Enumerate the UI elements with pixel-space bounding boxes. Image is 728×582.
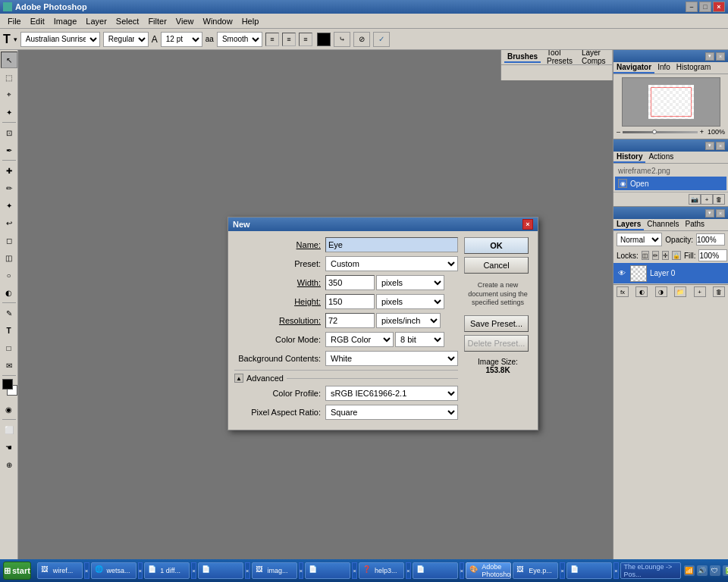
color-mode-select[interactable]: RGB Color bbox=[325, 332, 394, 347]
advanced-collapse-btn[interactable]: ▲ bbox=[234, 374, 243, 383]
eyedropper-btn[interactable]: ✒ bbox=[1, 142, 17, 158]
taskbar-item-0[interactable]: 🖼 wiref... bbox=[37, 562, 83, 579]
tab-channels[interactable]: Channels bbox=[644, 219, 682, 230]
magic-wand-btn[interactable]: ✦ bbox=[1, 104, 17, 120]
tab-navigator[interactable]: Navigator bbox=[613, 62, 654, 74]
blend-mode-select[interactable]: Normal bbox=[617, 233, 662, 246]
menu-filter[interactable]: Filter bbox=[143, 15, 171, 27]
pen-btn[interactable]: ✎ bbox=[1, 305, 17, 321]
taskbar-close-3[interactable]: × bbox=[245, 562, 250, 579]
menu-edit[interactable]: Edit bbox=[26, 15, 49, 27]
taskbar-item-4[interactable]: 🖼 imag... bbox=[252, 562, 297, 579]
menu-window[interactable]: Window bbox=[199, 15, 237, 27]
preset-select[interactable]: Custom bbox=[325, 256, 458, 271]
taskbar-photoshop[interactable]: 🎨 Adobe Photoshop bbox=[466, 562, 511, 579]
pixel-aspect-select[interactable]: Square bbox=[325, 405, 458, 420]
eraser-btn[interactable]: ◻ bbox=[1, 232, 17, 249]
lock-transparent-btn[interactable]: ◫ bbox=[642, 251, 649, 260]
ok-button[interactable]: OK bbox=[464, 237, 529, 254]
menu-image[interactable]: Image bbox=[49, 15, 82, 27]
taskbar-close-9[interactable]: × bbox=[613, 562, 619, 579]
rectangular-marquee-btn[interactable]: ⬚ bbox=[1, 69, 17, 86]
resolution-unit-select[interactable]: pixels/inch bbox=[376, 313, 441, 328]
resolution-input[interactable] bbox=[325, 313, 375, 328]
lock-image-btn[interactable]: ✏ bbox=[652, 251, 659, 260]
height-unit-select[interactable]: pixels bbox=[376, 294, 444, 309]
lock-position-btn[interactable]: ✛ bbox=[662, 251, 669, 260]
taskbar-close-6[interactable]: × bbox=[406, 562, 411, 579]
brush-btn[interactable]: ✏ bbox=[1, 180, 17, 196]
layer-new-btn[interactable]: + bbox=[694, 286, 706, 297]
width-unit-select[interactable]: pixels bbox=[376, 275, 444, 290]
taskbar-item-6[interactable]: ❓ help3... bbox=[359, 562, 404, 579]
commit-text-btn[interactable]: ✓ bbox=[373, 32, 390, 47]
cancel-text-btn[interactable]: ⊘ bbox=[353, 32, 370, 47]
tab-tool-presets[interactable]: Tool Presets bbox=[544, 50, 576, 67]
text-color-swatch[interactable] bbox=[317, 33, 331, 46]
history-close-btn[interactable]: × bbox=[716, 142, 725, 150]
zoom-out-icon[interactable]: – bbox=[617, 128, 620, 136]
layer-mask-btn[interactable]: ◐ bbox=[635, 286, 648, 297]
layer-group-btn[interactable]: 📁 bbox=[674, 286, 686, 297]
taskbar-elounge[interactable]: The eLounge -> Pos... bbox=[620, 562, 681, 579]
tab-actions[interactable]: Actions bbox=[645, 152, 676, 163]
layer-visibility-btn[interactable]: 👁 bbox=[617, 268, 627, 279]
tab-info[interactable]: Info bbox=[654, 62, 673, 74]
font-family-select[interactable]: Australian Sunrise bbox=[20, 32, 100, 47]
maximize-button[interactable]: □ bbox=[699, 2, 711, 12]
history-collapse-btn[interactable]: ▾ bbox=[705, 142, 714, 150]
tab-brushes[interactable]: Brushes bbox=[504, 52, 541, 63]
taskbar-close-1[interactable]: × bbox=[138, 562, 143, 579]
color-depth-select[interactable]: 8 bit bbox=[395, 332, 444, 347]
minimize-button[interactable]: – bbox=[686, 2, 698, 12]
clone-stamp-btn[interactable]: ✦ bbox=[1, 197, 17, 214]
bg-contents-select[interactable]: White bbox=[325, 351, 458, 366]
layer-styles-btn[interactable]: fx bbox=[617, 286, 629, 297]
taskbar-close-0[interactable]: × bbox=[84, 562, 89, 579]
warp-text-btn[interactable]: ⤷ bbox=[334, 32, 350, 47]
align-left-btn[interactable]: ≡ bbox=[265, 33, 279, 46]
taskbar-item-1[interactable]: 🌐 wetsa... bbox=[91, 562, 136, 579]
taskbar-close-4[interactable]: × bbox=[299, 562, 304, 579]
taskbar-item-2[interactable]: 📄 1 diff... bbox=[144, 562, 190, 579]
blur-btn[interactable]: ○ bbox=[1, 267, 17, 283]
menu-view[interactable]: View bbox=[171, 15, 199, 27]
history-brush-btn[interactable]: ↩ bbox=[1, 214, 17, 231]
tab-history[interactable]: History bbox=[613, 152, 645, 163]
lock-all-btn[interactable]: 🔒 bbox=[672, 251, 681, 260]
tab-histogram[interactable]: Histogram bbox=[673, 62, 714, 74]
navigator-collapse-btn[interactable]: ▾ bbox=[705, 52, 714, 61]
taskbar-item-3[interactable]: 📄 bbox=[198, 562, 243, 579]
taskbar-close-2[interactable]: × bbox=[191, 562, 196, 579]
taskbar-close-8[interactable]: × bbox=[560, 562, 565, 579]
history-delete-btn[interactable]: 🗑 bbox=[713, 194, 725, 205]
width-input[interactable] bbox=[325, 275, 375, 290]
zoom-btn[interactable]: ⊕ bbox=[1, 456, 17, 473]
layers-collapse-btn[interactable]: ▾ bbox=[705, 209, 714, 217]
crop-btn[interactable]: ⊡ bbox=[1, 124, 17, 141]
layer-item-0[interactable]: 👁 Layer 0 bbox=[613, 263, 728, 284]
menu-file[interactable]: File bbox=[3, 15, 26, 27]
history-new-btn[interactable]: + bbox=[701, 194, 713, 205]
zoom-in-icon[interactable]: + bbox=[700, 128, 704, 136]
history-item-open[interactable]: ◉ Open bbox=[615, 177, 726, 190]
notes-btn[interactable]: ✉ bbox=[1, 357, 17, 374]
menu-layer[interactable]: Layer bbox=[81, 15, 111, 27]
align-center-btn[interactable]: ≡ bbox=[282, 33, 296, 46]
zoom-slider[interactable] bbox=[623, 131, 698, 133]
menu-select[interactable]: Select bbox=[111, 15, 144, 27]
align-right-btn[interactable]: ≡ bbox=[299, 33, 312, 46]
gradient-btn[interactable]: ◫ bbox=[1, 249, 17, 266]
navigator-close-btn[interactable]: × bbox=[716, 52, 725, 61]
cancel-button[interactable]: Cancel bbox=[464, 257, 529, 274]
taskbar-item-8[interactable]: 🖼 Eye.p... bbox=[513, 562, 558, 579]
tab-paths[interactable]: Paths bbox=[682, 219, 708, 230]
save-preset-button[interactable]: Save Preset... bbox=[464, 315, 529, 332]
move-tool-btn[interactable]: ↖ bbox=[1, 52, 17, 68]
dodge-btn[interactable]: ◐ bbox=[1, 284, 17, 301]
height-input[interactable] bbox=[325, 294, 375, 309]
healing-brush-btn[interactable]: ✚ bbox=[1, 162, 17, 179]
foreground-color[interactable] bbox=[2, 379, 13, 390]
start-button[interactable]: ⊞ start bbox=[3, 562, 31, 580]
text-btn[interactable]: T bbox=[1, 322, 17, 339]
